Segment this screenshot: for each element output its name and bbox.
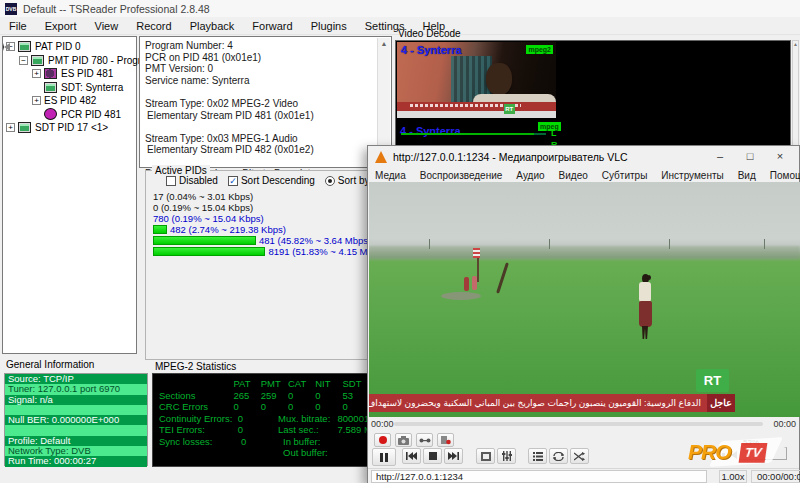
pid-row[interactable]: 780 (0.19% ~ 15.04 Kbps): [153, 213, 386, 224]
audio-channel-label: 4 - Synterra: [400, 125, 461, 137]
vlc-menu-view[interactable]: Вид: [731, 170, 763, 181]
record-button[interactable]: [374, 433, 391, 447]
mpeg2-stats-label: MPEG-2 Statistics: [155, 361, 236, 372]
video-es-icon: [44, 68, 57, 79]
protv-watermark: PRO TV: [688, 437, 780, 471]
vlc-menu-subtitles[interactable]: Субтитры: [595, 170, 655, 181]
field-platform: [441, 292, 481, 300]
maximize-button[interactable]: □: [735, 146, 765, 168]
audio-meter-left-label: L: [551, 129, 557, 137]
record-icon: [379, 436, 387, 444]
video-decode-label: Video Decode: [398, 28, 461, 39]
tree-item-es-audio[interactable]: + ES PID 482: [3, 94, 136, 108]
shuffle-button[interactable]: [570, 448, 589, 464]
thumbnail-channel-label: 4 - Synterra: [401, 44, 462, 56]
menu-record[interactable]: Record: [127, 20, 180, 32]
next-button[interactable]: [444, 448, 463, 464]
vlc-menu-playback[interactable]: Воспроизведение: [413, 170, 510, 181]
fullscreen-icon: [481, 452, 491, 461]
total-time: 00:00: [773, 419, 796, 429]
vlc-window-buttons: – □ ×: [705, 146, 795, 168]
vlc-video-area[interactable]: RT الدفاع الروسية: القوميون ينصبون راجما…: [369, 182, 800, 417]
vlc-menu-video[interactable]: Видео: [552, 170, 595, 181]
stats-outbuffer-row: Out buffer:: [159, 447, 397, 459]
pid-row[interactable]: 482 (2.74% ~ 219.38 Kbps): [153, 224, 386, 235]
ab-loop-button[interactable]: [416, 433, 433, 447]
sort-descending-label: Sort Descending: [241, 175, 315, 186]
vlc-menu-tools[interactable]: Инструменты: [654, 170, 730, 181]
close-button[interactable]: ×: [765, 146, 795, 168]
extended-settings-button[interactable]: [497, 448, 516, 464]
pause-icon: [380, 453, 388, 462]
program-info-panel: Program Number: 4 PCR on PID 481 (0x01e1…: [139, 36, 392, 168]
menu-forward[interactable]: Forward: [243, 20, 301, 32]
vlc-menu-media[interactable]: Медиа: [368, 170, 413, 181]
stop-button[interactable]: [423, 448, 442, 464]
audio-meter-left: [401, 133, 546, 135]
menu-export[interactable]: Export: [36, 20, 86, 32]
pid-row[interactable]: 0 (0.19% ~ 15.04 Kbps): [153, 202, 386, 213]
info-row-empty: [5, 425, 147, 435]
seek-slider[interactable]: [394, 422, 763, 426]
vlc-menu-audio[interactable]: Аудио: [509, 170, 551, 181]
menu-file[interactable]: File: [0, 20, 36, 32]
info-row-source: Source: TCP/IP: [5, 374, 147, 384]
previous-button[interactable]: [402, 448, 421, 464]
info-row-nullber: Null BER: 0.000000E+000: [5, 415, 147, 425]
collapse-icon[interactable]: −: [19, 56, 28, 65]
vlc-advanced-controls: [374, 433, 454, 448]
general-info-panel: Source: TCP/IP Tuner: 127.0.0.1 port 697…: [4, 373, 148, 466]
sort-descending-checkbox[interactable]: ✓: [228, 176, 238, 186]
expand-icon[interactable]: +: [32, 96, 41, 105]
audio-decode-row: 4 - Synterra mpeg: [400, 121, 790, 139]
tree-item-sdt-synterra[interactable]: SDT: Synterra: [3, 81, 136, 95]
pmt-table-icon: [31, 55, 44, 66]
expand-icon[interactable]: +: [6, 123, 15, 132]
vlc-seek-row: 00:00 00:00: [368, 418, 799, 431]
vlc-cone-icon: [375, 151, 387, 163]
general-info-label: General Information: [6, 359, 94, 370]
frame-by-frame-button[interactable]: [437, 433, 454, 447]
decoded-video-thumbnail: 4 - Synterra mpeg2 RT: [397, 42, 556, 118]
menu-view[interactable]: View: [86, 20, 128, 32]
tree-item-pmt[interactable]: − PMT PID 780 - Progr. 4: [3, 54, 136, 68]
info-row-profile: Profile: Default: [5, 436, 147, 446]
menu-plugins[interactable]: Plugins: [302, 20, 356, 32]
tree-item-pcr[interactable]: PCR PID 481: [3, 108, 136, 122]
loop-button[interactable]: [549, 448, 568, 464]
audio-codec-badge: mpeg: [538, 122, 561, 131]
minimize-button[interactable]: –: [705, 146, 735, 168]
scroll-up-icon[interactable]: ▲: [378, 38, 390, 50]
vlc-titlebar[interactable]: http://127.0.0.1:1234 - Медиапроигрывате…: [368, 146, 799, 168]
sort-by-rate-radio[interactable]: [325, 176, 335, 186]
pid-row[interactable]: 8191 (51.83% ~ 4.15 Mbps): [153, 246, 386, 257]
person-in-thumbnail: [486, 63, 512, 95]
pause-button[interactable]: [372, 448, 396, 466]
playlist-button[interactable]: [528, 448, 547, 464]
distant-person: [472, 276, 477, 290]
audio-es-icon: [3, 43, 10, 51]
pid-row[interactable]: 17 (0.04% ~ 3.01 Kbps): [153, 191, 386, 202]
tree-item-pat[interactable]: − PAT PID 0: [3, 40, 136, 54]
snapshot-button[interactable]: [395, 433, 412, 447]
watermark-tv-badge: TV: [739, 443, 768, 462]
stream-tree-panel: − PAT PID 0 − PMT PID 780 - Progr. 4 + E…: [2, 36, 137, 354]
active-pids-groupbox: Active PIDs Disabled ✓ Sort Descending S…: [145, 170, 391, 360]
info-row-tuner: Tuner: 127.0.0.1 port 6970: [5, 384, 147, 394]
tree-item-sdt17[interactable]: + SDT PID 17 <1>: [3, 121, 136, 135]
vlc-menu-help[interactable]: Помощь: [763, 170, 800, 181]
playback-rate[interactable]: 1.00x: [719, 470, 747, 483]
pid-row[interactable]: 481 (45.82% ~ 3.64 Mbps): [153, 235, 386, 246]
walking-woman: [637, 274, 653, 340]
fullscreen-button[interactable]: [476, 448, 495, 464]
stats-header-row: PAT PMT CAT NIT SDT EI: [159, 378, 397, 390]
shuffle-icon: [574, 452, 585, 461]
disabled-checkbox[interactable]: [166, 176, 176, 186]
stream-url-field[interactable]: http://127.0.0.1:1234: [371, 470, 707, 483]
previous-icon: [406, 452, 417, 460]
watermark-pro-text: PRO: [688, 440, 731, 464]
tree-item-es-video[interactable]: + ES PID 481: [3, 67, 136, 81]
expand-icon[interactable]: +: [32, 69, 41, 78]
menu-playback[interactable]: Playback: [181, 20, 244, 32]
video-decode-scrollbar[interactable]: ▲: [792, 40, 799, 152]
